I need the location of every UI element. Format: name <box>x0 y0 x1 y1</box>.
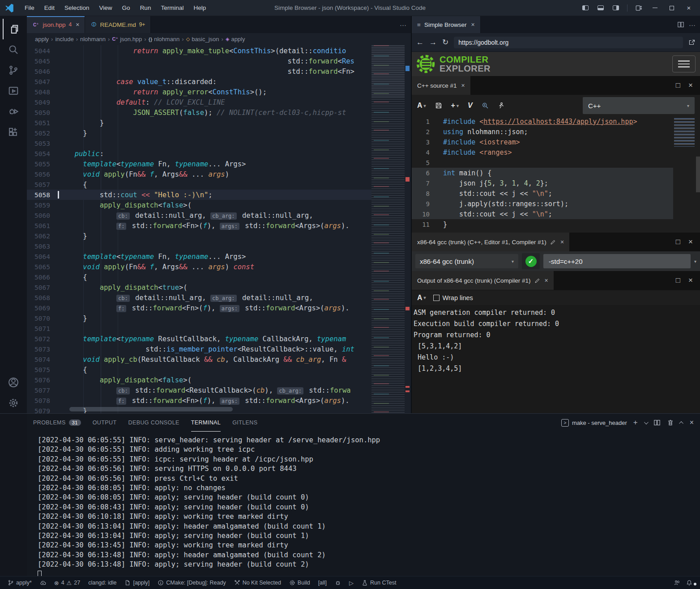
breadcrumb-item[interactable]: include <box>55 36 73 42</box>
toggle-panel-icon[interactable] <box>594 2 607 14</box>
hamburger-menu-icon[interactable] <box>672 55 696 72</box>
terminal-dropdown-icon[interactable] <box>644 420 649 424</box>
rename-pencil-icon[interactable] <box>534 278 540 284</box>
status-sync[interactable] <box>37 576 49 589</box>
status-kit[interactable]: No Kit Selected <box>231 576 284 589</box>
tab-terminal[interactable]: TERMINAL <box>191 414 221 432</box>
breadcrumb-item[interactable]: nlohmann <box>80 36 106 42</box>
close-window-button[interactable]: × <box>681 2 696 14</box>
vim-mode-icon[interactable]: V <box>468 102 473 110</box>
cppinsights-icon[interactable] <box>498 102 505 109</box>
settings-gear-icon[interactable] <box>3 393 24 413</box>
close-icon[interactable]: × <box>545 277 548 284</box>
ce-program-output[interactable]: ASM generation compiler returned: 0Execu… <box>412 305 700 413</box>
minimize-button[interactable] <box>647 2 662 14</box>
split-editor-icon[interactable] <box>677 21 684 28</box>
menu-terminal[interactable]: Terminal <box>157 3 188 13</box>
code-editor[interactable]: 5044 return apply_make_tuple<ConstThis>(… <box>27 45 411 413</box>
breadcrumb-item[interactable]: C⁺json.hpp <box>112 36 142 42</box>
status-branch[interactable]: apply* <box>4 576 35 589</box>
close-tab-icon[interactable]: × <box>471 21 474 28</box>
explorer-icon[interactable] <box>3 19 24 39</box>
tab-problems[interactable]: PROBLEMS 31 <box>33 414 81 432</box>
editor-scrollbar[interactable] <box>405 45 411 413</box>
toggle-sidebar-icon[interactable] <box>579 2 592 14</box>
status-ctest[interactable]: Run CTest <box>359 576 399 589</box>
kill-terminal-icon[interactable] <box>667 419 674 426</box>
new-terminal-icon[interactable]: + <box>633 418 638 427</box>
status-problems[interactable]: ⊗ 4 ⚠ 27 <box>51 576 83 589</box>
tab-debug-console[interactable]: DEBUG CONSOLE <box>128 414 179 432</box>
tab-json-hpp[interactable]: C⁺ json.hpp 4 × <box>27 16 85 33</box>
close-tab-icon[interactable]: × <box>76 21 79 28</box>
status-notifications[interactable] <box>683 580 696 586</box>
url-input[interactable]: https://godbolt.org <box>454 37 683 48</box>
rename-pencil-icon[interactable] <box>550 239 556 245</box>
compiler-options-input[interactable]: -std=c++20 <box>543 254 691 268</box>
ce-source-editor[interactable]: 1#include <https://localhost:8443/apply/… <box>412 116 700 233</box>
options-caret-icon[interactable]: ▾ <box>694 259 696 264</box>
close-pane-icon[interactable]: × <box>688 276 693 285</box>
cmake-icon[interactable] <box>3 81 24 101</box>
close-pane-icon[interactable]: × <box>688 237 693 246</box>
search-icon[interactable] <box>3 39 24 60</box>
save-icon[interactable] <box>435 102 442 109</box>
run-debug-icon[interactable] <box>3 101 24 122</box>
font-size-button[interactable]: A▾ <box>417 294 426 302</box>
status-clangd[interactable]: clangd: idle <box>85 576 120 589</box>
status-build-target[interactable]: [all] <box>315 576 330 589</box>
maximize-panel-icon[interactable] <box>679 421 683 425</box>
more-actions-icon[interactable]: ··· <box>689 21 696 29</box>
minimap-slider[interactable] <box>371 45 405 98</box>
status-launch[interactable]: ▷ <box>346 576 357 589</box>
account-icon[interactable] <box>3 372 24 393</box>
menu-file[interactable]: File <box>21 3 38 13</box>
back-icon[interactable]: ← <box>416 38 424 47</box>
close-icon[interactable]: × <box>560 238 564 246</box>
close-panel-icon[interactable]: × <box>690 419 694 427</box>
maximize-pane-icon[interactable]: □ <box>676 276 680 285</box>
close-pane-icon[interactable]: × <box>688 81 693 90</box>
checkbox-icon[interactable] <box>433 295 440 301</box>
forward-icon[interactable]: → <box>429 38 437 47</box>
horizontal-scrollbar[interactable] <box>69 407 233 411</box>
maximize-button[interactable] <box>664 2 679 14</box>
add-pane-button[interactable]: +▾ <box>451 102 459 110</box>
ce-compiler-tab[interactable]: x86-64 gcc (trunk) (C++, Editor #1, Comp… <box>412 233 569 251</box>
zoom-icon[interactable] <box>482 102 489 109</box>
tab-gitlens[interactable]: GITLENS <box>232 414 257 432</box>
status-build[interactable]: Build <box>286 576 313 589</box>
wrap-lines-checkbox[interactable]: Wrap lines <box>433 294 473 301</box>
maximize-pane-icon[interactable]: □ <box>676 81 680 90</box>
maximize-pane-icon[interactable]: □ <box>676 237 680 246</box>
menu-help[interactable]: Help <box>189 3 210 13</box>
menu-go[interactable]: Go <box>118 3 134 13</box>
tab-output[interactable]: OUTPUT <box>93 414 117 432</box>
breadcrumb-item[interactable]: apply <box>35 36 49 42</box>
open-external-icon[interactable] <box>688 39 696 46</box>
breadcrumb-item[interactable]: ◇basic_json <box>186 36 219 42</box>
more-actions-icon[interactable]: ··· <box>400 21 406 29</box>
terminal-session-select[interactable]: > make - serve_header <box>561 419 627 427</box>
breadcrumb-item[interactable]: ◈apply <box>226 36 245 42</box>
minimap[interactable] <box>371 45 405 413</box>
tab-readme-md[interactable]: ⓘ README.md 9+ <box>85 16 151 33</box>
breadcrumb-item[interactable]: {}nlohmann <box>149 36 180 42</box>
reload-icon[interactable]: ↻ <box>442 38 448 47</box>
source-control-icon[interactable] <box>3 60 24 81</box>
ce-source-tab[interactable]: C++ source #1 × <box>412 76 470 95</box>
extensions-icon[interactable] <box>3 122 24 142</box>
customize-layout-icon[interactable] <box>632 2 645 14</box>
terminal[interactable]: [2022-04-30 06:05:55] INFO: serve_header… <box>27 432 700 576</box>
menu-edit[interactable]: Edit <box>40 3 59 13</box>
menu-selection[interactable]: Selection <box>60 3 94 13</box>
status-debug[interactable] <box>332 576 344 589</box>
status-project[interactable]: [apply] <box>121 576 153 589</box>
menu-view[interactable]: View <box>95 3 116 13</box>
compiler-select[interactable]: x86-64 gcc (trunk) ▾ <box>415 254 518 268</box>
split-terminal-icon[interactable] <box>653 419 661 426</box>
menu-run[interactable]: Run <box>136 3 155 13</box>
ce-output-tab[interactable]: Output of x86-64 gcc (trunk) (Compiler #… <box>412 271 554 290</box>
status-cmake[interactable]: CMake: [Debug]: Ready <box>154 576 229 589</box>
toggle-secondary-sidebar-icon[interactable] <box>609 2 623 14</box>
